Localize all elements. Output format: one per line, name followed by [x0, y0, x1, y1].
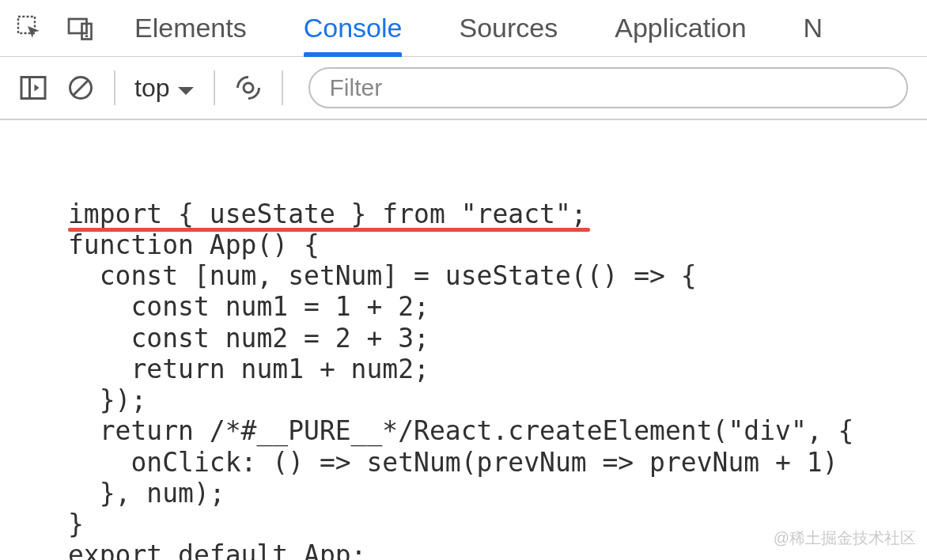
console-toolbar: top: [0, 57, 927, 120]
gutter: [25, 199, 68, 560]
code-line: return num1 + num2;: [68, 354, 429, 384]
code-line: const num2 = 2 + 3;: [68, 323, 429, 354]
tab-application[interactable]: Application: [615, 0, 746, 56]
filter-input[interactable]: [308, 67, 908, 108]
clear-console-icon[interactable]: [66, 74, 95, 102]
svg-line-7: [74, 81, 88, 95]
console-output: import { useState } from "react"; functi…: [0, 120, 927, 560]
tab-sources[interactable]: Sources: [459, 0, 558, 56]
devtools-tabs: Elements Console Sources Application N: [134, 0, 823, 56]
live-expression-icon[interactable]: [234, 74, 263, 102]
svg-rect-1: [69, 19, 87, 33]
tab-console[interactable]: Console: [304, 0, 403, 56]
tab-elements[interactable]: Elements: [134, 0, 247, 56]
code-line: const num1 = 1 + 2;: [68, 291, 429, 322]
toolbar-divider: [214, 70, 215, 105]
code-line: }: [68, 509, 84, 539]
inspect-element-icon[interactable]: [16, 14, 44, 43]
error-underline: [68, 228, 590, 232]
code-block: import { useState } from "react"; functi…: [68, 199, 908, 560]
toolbar-divider: [282, 70, 283, 105]
tab-overflow[interactable]: N: [804, 0, 823, 56]
chevron-down-icon: [177, 74, 195, 103]
code-line: return /*#__PURE__*/React.createElement(…: [68, 415, 853, 446]
toolbar-divider: [114, 70, 115, 105]
code-line: function App() {: [68, 229, 320, 260]
code-line: export default App;: [68, 539, 367, 560]
code-line: onClick: () => setNum(prevNum => prevNum…: [68, 447, 838, 478]
devtools-tabs-bar: Elements Console Sources Application N: [0, 0, 927, 57]
code-line: const [num, setNum] = useState(() => {: [68, 260, 697, 291]
code-row: import { useState } from "react"; functi…: [25, 199, 908, 560]
context-selector[interactable]: top: [134, 74, 195, 103]
device-toolbar-icon[interactable]: [66, 14, 95, 43]
sidebar-toggle-icon[interactable]: [19, 74, 47, 102]
context-label: top: [134, 74, 169, 103]
watermark: @稀土掘金技术社区: [774, 528, 916, 549]
svg-rect-4: [21, 78, 45, 99]
svg-point-8: [244, 83, 253, 93]
code-line: }, num);: [68, 478, 225, 509]
tabs-leading-icons: [16, 14, 95, 43]
code-line: import { useState } from "react";: [68, 199, 587, 229]
code-line: });: [68, 384, 146, 415]
